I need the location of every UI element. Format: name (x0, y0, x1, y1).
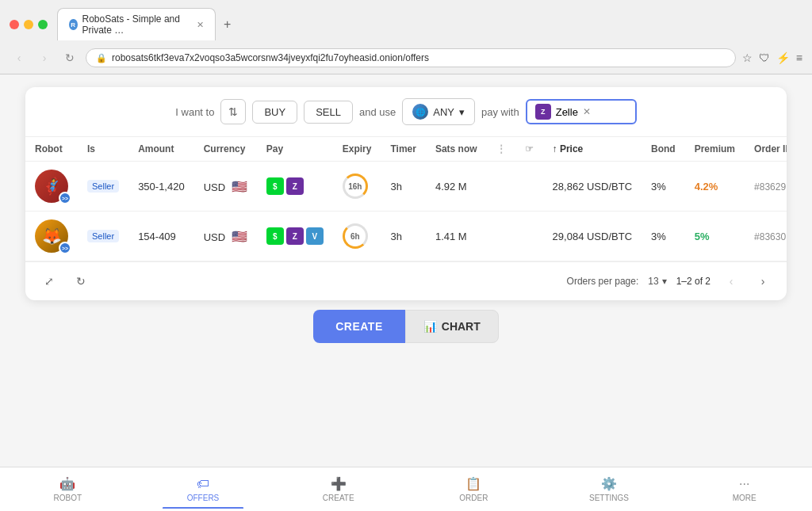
cell-role-1: Seller (78, 162, 128, 212)
title-bar: R RoboSats - Simple and Private … ✕ + (0, 0, 812, 45)
order-nav-label: ORDER (459, 494, 488, 502)
cell-expiry-1: 16h (333, 162, 381, 212)
cell-options-2 (487, 212, 515, 261)
cell-amount-2: 154-409 (128, 212, 194, 261)
nav-item-robot[interactable]: 🤖 ROBOT (0, 470, 136, 509)
browser-tab-active[interactable]: R RoboSats - Simple and Private … ✕ (57, 8, 216, 40)
close-window-button[interactable] (10, 20, 19, 29)
address-bar[interactable]: 🔒 robosats6tkf3eva7x2voqso3a5wcorsnw34jv… (86, 48, 736, 67)
cell-bond-1: 3% (642, 162, 685, 212)
address-bar-row: ‹ › ↻ 🔒 robosats6tkf3eva7x2voqso3a5wcors… (0, 45, 812, 74)
cell-options-1 (487, 162, 515, 212)
nav-item-create[interactable]: ➕ CREATE (270, 470, 406, 509)
cell-timer-2: 3h (381, 212, 425, 261)
expiry-timer-circle-1: 16h (343, 174, 368, 199)
robot-nav-label: ROBOT (54, 494, 82, 502)
per-page-value: 13 (648, 276, 658, 287)
cell-orderid-1: #83629 (745, 162, 787, 212)
swap-buy-sell-button[interactable]: ⇅ (220, 99, 246, 124)
remove-payment-tag-button[interactable]: ✕ (583, 106, 591, 117)
more-nav-icon: ··· (739, 477, 749, 491)
order-nav-icon: 📋 (465, 476, 481, 491)
refresh-button[interactable]: ↻ (70, 270, 92, 292)
tab-title: RoboSats - Simple and Private … (82, 13, 190, 36)
footer-left: ⤢ ↻ (38, 270, 92, 292)
expand-icon[interactable]: ⤢ (38, 270, 60, 292)
table-row[interactable]: 🦸 >> Seller 350-1,420 USD 🇺🇸 $ Z (25, 162, 787, 212)
action-buttons: CREATE 📊 CHART (313, 310, 499, 343)
cell-action-1 (515, 162, 543, 212)
filter-bar: I want to ⇅ BUY SELL and use 🌐 ANY ▾ pay… (25, 87, 787, 137)
forward-button[interactable]: › (35, 48, 54, 67)
cell-price-1: 28,862 USD/BTC (543, 162, 642, 212)
bookmark-icon[interactable]: ☆ (742, 51, 753, 64)
create-nav-icon: ➕ (331, 476, 347, 491)
tab-close-button[interactable]: ✕ (197, 20, 204, 30)
nav-item-settings[interactable]: ⚙️ SETTINGS (542, 470, 677, 509)
back-button[interactable]: ‹ (10, 48, 29, 67)
col-orderid: Order ID (745, 137, 787, 162)
offers-nav-label: OFFERS (187, 494, 220, 502)
col-cursor: ☞ (515, 137, 543, 162)
maximize-window-button[interactable] (38, 20, 48, 29)
cell-sats-1: 4.92 M (426, 162, 487, 212)
nav-item-more[interactable]: ··· MORE (676, 471, 812, 509)
col-bond: Bond (642, 137, 685, 162)
create-nav-label: CREATE (323, 494, 354, 502)
nav-item-offers[interactable]: 🏷 OFFERS (136, 471, 271, 509)
robot-speed-badge-2: >> (59, 242, 71, 254)
col-expiry[interactable]: Expiry (333, 137, 381, 162)
currency-select[interactable]: 🌐 ANY ▾ (402, 98, 475, 125)
next-page-button[interactable]: › (752, 270, 774, 292)
extensions-icon[interactable]: ⚡ (776, 51, 790, 64)
globe-icon: 🌐 (412, 104, 428, 120)
expiry-timer-circle-2: 6h (343, 223, 368, 249)
col-amount[interactable]: Amount (128, 137, 194, 162)
cell-amount-1: 350-1,420 (128, 162, 194, 212)
chart-button[interactable]: 📊 CHART (405, 310, 499, 343)
payment-tag-text: Zelle (556, 106, 578, 118)
col-premium: Premium (685, 137, 745, 162)
menu-icon[interactable]: ≡ (796, 51, 802, 64)
zelle-pay-icon: Z (286, 177, 304, 195)
url-text: robosats6tkf3eva7x2voqso3a5wcorsnw34jvey… (112, 52, 726, 63)
cell-expiry-2: 6h (333, 212, 381, 261)
traffic-lights (10, 20, 48, 29)
prev-page-button[interactable]: ‹ (720, 270, 742, 292)
col-currency[interactable]: Currency (194, 137, 257, 162)
cashapp-icon: $ (266, 177, 284, 195)
shield-icon[interactable]: 🛡 (759, 51, 770, 64)
buy-button[interactable]: BUY (252, 101, 297, 124)
cell-bond-2: 3% (642, 212, 685, 261)
cell-action-2 (515, 212, 543, 261)
sell-button[interactable]: SELL (304, 101, 353, 124)
new-tab-button[interactable]: + (216, 13, 239, 36)
venmo-icon: V (306, 227, 324, 245)
more-nav-label: MORE (733, 494, 756, 502)
cell-robot-2: 🦊 >> (25, 212, 78, 261)
reload-button[interactable]: ↻ (60, 48, 79, 67)
cell-currency-1: USD 🇺🇸 (194, 162, 257, 212)
nav-item-order[interactable]: 📋 ORDER (406, 470, 542, 509)
footer-right: Orders per page: 13 ▾ 1–2 of 2 ‹ › (567, 270, 774, 292)
per-page-select[interactable]: 13 ▾ (648, 276, 666, 287)
currency-chevron-icon: ▾ (459, 106, 465, 118)
minimize-window-button[interactable] (24, 20, 33, 29)
per-page-chevron: ▾ (662, 276, 667, 287)
tab-favicon: R (69, 19, 78, 30)
create-order-button[interactable]: CREATE (313, 310, 405, 343)
col-pay: Pay (257, 137, 333, 162)
cell-price-2: 29,084 USD/BTC (543, 212, 642, 261)
cell-role-2: Seller (78, 212, 128, 261)
cell-premium-1: 4.2% (685, 162, 745, 212)
table-row[interactable]: 🦊 >> Seller 154-409 USD 🇺🇸 $ Z V (25, 212, 787, 261)
lock-icon: 🔒 (96, 53, 107, 63)
cell-orderid-2: #83630 (745, 212, 787, 261)
cell-sats-2: 1.41 M (426, 212, 487, 261)
col-price[interactable]: ↑ Price (543, 137, 642, 162)
cell-currency-2: USD 🇺🇸 (194, 212, 257, 261)
currency-value: ANY (433, 106, 454, 118)
pay-with-input[interactable]: Z Zelle ✕ (526, 99, 637, 124)
pagination-info: 1–2 of 2 (676, 276, 710, 287)
settings-nav-icon: ⚙️ (601, 476, 617, 491)
